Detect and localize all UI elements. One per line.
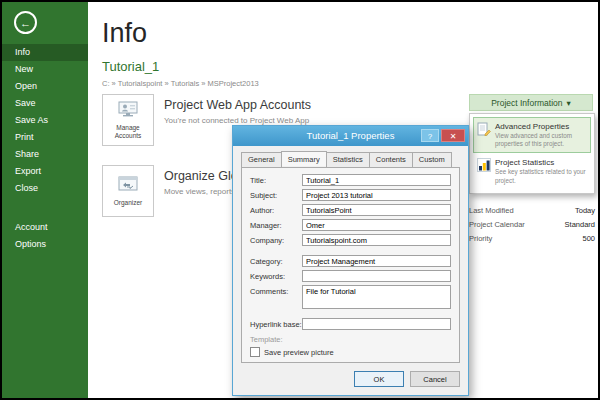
project-statistics-icon bbox=[477, 158, 491, 176]
advanced-properties-title: Advanced Properties bbox=[495, 122, 587, 131]
close-icon[interactable]: ✕ bbox=[441, 129, 465, 142]
sidebar-item-save[interactable]: Save bbox=[2, 95, 88, 112]
keywords-field[interactable] bbox=[302, 270, 451, 282]
property-value: Today bbox=[575, 206, 595, 215]
property-value: Standard bbox=[565, 220, 595, 229]
project-information-menu: Advanced Properties View advanced and cu… bbox=[469, 113, 595, 194]
tab-contents[interactable]: Contents bbox=[369, 152, 413, 167]
sidebar-item-save-as[interactable]: Save As bbox=[2, 112, 88, 129]
manager-label: Manager: bbox=[250, 219, 302, 230]
back-arrow-icon: ← bbox=[20, 17, 31, 29]
summary-tab-page: Title: Subject: Author: Manager: Company… bbox=[241, 167, 460, 363]
project-statistics-desc: See key statistics related to your proje… bbox=[495, 168, 587, 184]
chevron-down-icon: ▾ bbox=[567, 98, 571, 108]
field-row-subject: Subject: bbox=[250, 189, 451, 201]
project-name: Tutorial_1 bbox=[102, 59, 159, 74]
advanced-properties-desc: View advanced and custom properties of t… bbox=[495, 132, 587, 148]
save-preview-checkbox-row[interactable]: Save preview picture bbox=[250, 347, 451, 357]
company-label: Company: bbox=[250, 234, 302, 245]
menu-item-project-statistics[interactable]: Project Statistics See key statistics re… bbox=[473, 153, 591, 189]
menu-item-advanced-properties[interactable]: Advanced Properties View advanced and cu… bbox=[473, 117, 591, 153]
sidebar-item-account[interactable]: Account bbox=[2, 219, 88, 236]
sidebar-item-new[interactable]: New bbox=[2, 61, 88, 78]
field-row-manager: Manager: bbox=[250, 219, 451, 231]
property-label: Priority bbox=[469, 234, 492, 243]
field-row-author: Author: bbox=[250, 204, 451, 216]
title-field[interactable] bbox=[302, 174, 451, 186]
author-field[interactable] bbox=[302, 204, 451, 216]
project-statistics-title: Project Statistics bbox=[495, 158, 587, 167]
hyperlink-base-label: Hyperlink base: bbox=[250, 318, 302, 329]
advanced-properties-icon bbox=[477, 122, 491, 140]
field-row-category: Category: bbox=[250, 255, 451, 267]
save-preview-label: Save preview picture bbox=[264, 348, 334, 357]
subject-field[interactable] bbox=[302, 189, 451, 201]
cancel-button[interactable]: Cancel bbox=[410, 371, 460, 387]
organizer-icon bbox=[118, 176, 138, 196]
dialog-footer: OK Cancel bbox=[354, 371, 460, 387]
property-last-modified: Last Modified Today bbox=[469, 206, 595, 215]
manage-accounts-label: Manage Accounts bbox=[103, 124, 153, 140]
author-label: Author: bbox=[250, 204, 302, 215]
manager-field[interactable] bbox=[302, 219, 451, 231]
property-label: Project Calendar bbox=[469, 220, 525, 229]
project-information-button[interactable]: Project Information ▾ bbox=[469, 94, 593, 111]
sidebar-item-export[interactable]: Export bbox=[2, 163, 88, 180]
properties-dialog: Tutorial_1 Properties ? ✕ General Summar… bbox=[232, 125, 469, 396]
property-priority: Priority 500 bbox=[469, 234, 595, 243]
back-button[interactable]: ← bbox=[14, 11, 37, 34]
sidebar-item-share[interactable]: Share bbox=[2, 146, 88, 163]
project-properties-list: Last Modified Today Project Calendar Sta… bbox=[469, 206, 595, 248]
dialog-titlebar[interactable]: Tutorial_1 Properties ? ✕ bbox=[233, 126, 468, 146]
manage-accounts-button[interactable]: Manage Accounts bbox=[102, 94, 154, 146]
organizer-label: Organizer bbox=[114, 199, 143, 207]
page-title: Info bbox=[102, 18, 147, 49]
hyperlink-base-field[interactable] bbox=[302, 318, 451, 330]
field-row-keywords: Keywords: bbox=[250, 270, 451, 282]
checkbox-icon[interactable] bbox=[250, 347, 260, 357]
sidebar-item-options[interactable]: Options bbox=[2, 236, 88, 253]
field-row-template: Template: bbox=[250, 333, 451, 344]
property-label: Last Modified bbox=[469, 206, 514, 215]
category-label: Category: bbox=[250, 255, 302, 266]
tab-statistics[interactable]: Statistics bbox=[326, 152, 370, 167]
accounts-icon bbox=[118, 101, 138, 121]
company-field[interactable] bbox=[302, 234, 451, 246]
section-title-web-app-accounts: Project Web App Accounts bbox=[164, 98, 311, 112]
title-label: Title: bbox=[250, 174, 302, 185]
comments-label: Comments: bbox=[250, 285, 302, 296]
property-value: 500 bbox=[582, 234, 595, 243]
template-label: Template: bbox=[250, 333, 302, 344]
ok-button[interactable]: OK bbox=[354, 371, 404, 387]
property-project-calendar: Project Calendar Standard bbox=[469, 220, 595, 229]
subject-label: Subject: bbox=[250, 189, 302, 200]
sidebar-item-info[interactable]: Info bbox=[2, 44, 88, 61]
category-field[interactable] bbox=[302, 255, 451, 267]
help-button[interactable]: ? bbox=[421, 129, 439, 142]
dialog-tabs: General Summary Statistics Contents Cust… bbox=[241, 152, 451, 167]
keywords-label: Keywords: bbox=[250, 270, 302, 281]
project-information-label: Project Information bbox=[491, 98, 562, 108]
organizer-button[interactable]: Organizer bbox=[102, 165, 154, 217]
breadcrumb: C: » Tutorialspoint » Tutorials » MSProj… bbox=[102, 79, 259, 88]
section-desc-web-app-accounts: You're not connected to Project Web App bbox=[164, 116, 309, 125]
app-window: ← Info New Open Save Save As Print Share… bbox=[0, 0, 600, 400]
tab-custom[interactable]: Custom bbox=[412, 152, 452, 167]
tab-general[interactable]: General bbox=[241, 152, 282, 167]
tab-summary[interactable]: Summary bbox=[281, 151, 327, 166]
field-row-title: Title: bbox=[250, 174, 451, 186]
field-row-company: Company: bbox=[250, 234, 451, 246]
backstage-sidebar: ← Info New Open Save Save As Print Share… bbox=[2, 2, 88, 398]
sidebar-item-print[interactable]: Print bbox=[2, 129, 88, 146]
comments-field[interactable]: File for Tutorial bbox=[302, 285, 451, 309]
sidebar-item-open[interactable]: Open bbox=[2, 78, 88, 95]
sidebar-item-close[interactable]: Close bbox=[2, 180, 88, 197]
field-row-comments: Comments: File for Tutorial bbox=[250, 285, 451, 309]
field-row-hyperlink-base: Hyperlink base: bbox=[250, 318, 451, 330]
